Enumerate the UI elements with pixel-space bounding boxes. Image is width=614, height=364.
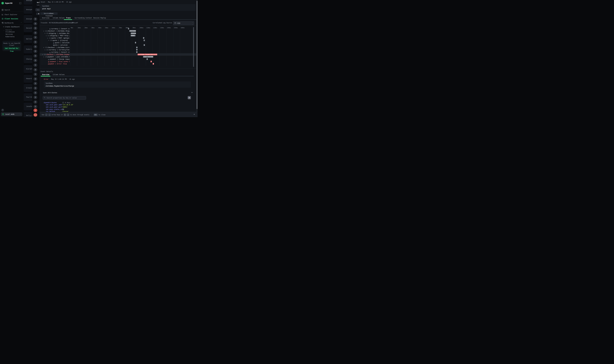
session-list-item[interactable]: Shaniya.Sc… bbox=[24, 55, 32, 63]
timeline-event-pin-icon[interactable] bbox=[34, 86, 37, 90]
sidebar-item-search[interactable]: Search bbox=[0, 8, 24, 12]
span-bar[interactable]: o bbox=[136, 47, 137, 48]
chevron-down-icon[interactable]: ∨ bbox=[43, 47, 44, 48]
session-list-item[interactable]: Ernesto33@… bbox=[24, 84, 32, 92]
span-bar[interactable]: oteldemo. bbox=[129, 30, 136, 32]
trace-span-row[interactable]: ∨(1)checkout | oteldemo.ShippingSe…oteld… bbox=[40, 30, 196, 32]
timeline-event-pin-icon[interactable] bbox=[34, 96, 37, 99]
trace-span-row[interactable]: ∨(1)shipping | POST http://quo…POST htt bbox=[40, 35, 196, 37]
presets-group[interactable]: ⌄ PRESETS bbox=[3, 29, 12, 31]
chevron-down-icon[interactable]: ∨ bbox=[43, 30, 44, 32]
span-bar[interactable]: C bbox=[136, 51, 137, 53]
drawer-scrollbar-thumb[interactable] bbox=[197, 1, 197, 109]
trace-span-row[interactable]: ∨(2)quote | {closure} bbox=[40, 39, 196, 41]
session-list-item[interactable]: Howard.Run… bbox=[24, 75, 32, 83]
timeline-terminal-icon[interactable]: ›_ bbox=[34, 113, 37, 117]
trace-span-row[interactable]: ∨(1)shipping | oteldemo.Shipping…oteldem… bbox=[40, 32, 196, 35]
timeline-event-pin-icon[interactable] bbox=[34, 63, 37, 67]
session-list-item[interactable]: Deion37@gm… bbox=[24, 24, 32, 32]
session-list-item[interactable]: Anonymous bbox=[24, 6, 32, 14]
collapse-chevron-icon[interactable] bbox=[191, 92, 193, 93]
chevron-down-icon[interactable]: ∨ bbox=[45, 49, 45, 51]
session-list-item[interactable]: Walton9@ho… bbox=[24, 35, 32, 43]
attributes-search-input[interactable] bbox=[43, 96, 86, 100]
edit-pencil-icon[interactable] bbox=[72, 22, 73, 24]
sidebar-item-dashboards[interactable]: Dashboards⌃ bbox=[0, 21, 24, 25]
trace-span-row[interactable]: quote | calculate-quotec bbox=[40, 44, 196, 46]
chevron-down-icon[interactable]: ∨ bbox=[48, 40, 49, 41]
span-bar-error[interactable]: E bbox=[153, 63, 154, 65]
timeline-event-pin-icon[interactable] bbox=[34, 17, 37, 21]
span-bar[interactable]: C bbox=[135, 42, 136, 43]
preset-services[interactable]: Services bbox=[6, 33, 13, 35]
trace-span-row[interactable]: currency | Convert convers…C bbox=[40, 51, 196, 53]
tab-overview[interactable]: Overview bbox=[42, 17, 49, 19]
trace-span-row[interactable]: ∨(1)checkout | oteldemo.PaymentServi…ote… bbox=[40, 53, 196, 56]
attributes-root-row[interactable]: ▾SpanAttributes bbox=[43, 102, 57, 104]
session-list-item[interactable]: Anonymous bbox=[24, 15, 32, 23]
span-bar[interactable]: C bbox=[146, 58, 148, 60]
span-bar[interactable]: c bbox=[144, 44, 145, 46]
session-list-item[interactable]: Kieran92@h… bbox=[24, 65, 32, 73]
span-bar-error[interactable]: V bbox=[151, 61, 152, 62]
trace-span-row[interactable]: payment | Charge request rec…C bbox=[40, 58, 196, 60]
session-list-item[interactable]: Jonathan.B… bbox=[24, 103, 32, 111]
trace-span-row[interactable]: ∨(3)payment | grpc.oteldemo.Paymen…grpc.… bbox=[40, 56, 196, 58]
create-dashboard-button[interactable]: + Create Dashboard bbox=[3, 26, 19, 28]
log-source-select[interactable]: Logs ⌃⌄ bbox=[173, 21, 194, 25]
timeline-swap-arrows-icon[interactable]: ⇄ bbox=[34, 109, 37, 112]
event-tab-column-values[interactable]: Column Values bbox=[53, 74, 65, 76]
event-tab-overview[interactable]: Overview bbox=[42, 74, 49, 76]
session-list-item[interactable]: Pearl43@ho… bbox=[24, 93, 32, 101]
span-bar[interactable]: POST htt bbox=[131, 35, 135, 36]
help-button[interactable]: ? bbox=[1, 109, 4, 111]
service-name-chip[interactable]: ServiceName: frontend bbox=[40, 12, 58, 15]
timeline-event-pin-icon[interactable] bbox=[34, 50, 37, 53]
trace-span-row[interactable]: payment | Error: Visa cache ful…E bbox=[40, 63, 196, 65]
session-list-item[interactable]: Dolly.Lubo… bbox=[24, 112, 32, 117]
timeline-event-pin-icon[interactable] bbox=[34, 77, 37, 81]
timeline-event-pin-icon[interactable] bbox=[34, 54, 37, 58]
chevron-down-icon[interactable]: ∨ bbox=[47, 38, 48, 39]
span-bar[interactable] bbox=[128, 28, 129, 29]
tab-session-replay[interactable]: Session Replay bbox=[93, 17, 106, 19]
timeline-event-pin-icon[interactable] bbox=[34, 68, 37, 72]
span-bar-error[interactable]: oteldemo.PaymentService/Char bbox=[138, 54, 157, 55]
chevron-down-icon[interactable]: ∨ bbox=[43, 56, 44, 58]
chevron-down-icon[interactable]: ∨ bbox=[46, 35, 47, 36]
preset-kubernetes[interactable]: Kubernetes bbox=[6, 36, 15, 38]
span-bar[interactable]: oteldemo bbox=[131, 32, 136, 34]
timeline-event-pin-icon[interactable] bbox=[34, 26, 37, 30]
sidebar-item-client-sessions[interactable]: Client Sessions bbox=[0, 17, 24, 21]
preset-clickhouse[interactable]: Clickhouse bbox=[6, 31, 15, 33]
trace-span-row[interactable]: quote | Calculated q…C bbox=[40, 41, 196, 44]
trace-span-row[interactable]: ∨(1)checkout | oteldemo.CurrencySe…o bbox=[40, 46, 196, 49]
tab-column-values[interactable]: Column Values bbox=[53, 17, 65, 19]
waterfall-scrollbar[interactable] bbox=[193, 27, 194, 67]
trace-span-row[interactable]: payment | Visa cache full: c…V bbox=[40, 60, 196, 63]
local-mode-button[interactable]: U Local mode › bbox=[1, 112, 22, 116]
span-bar[interactable] bbox=[144, 39, 145, 41]
tab-surrounding-context[interactable]: Surrounding Context bbox=[75, 17, 92, 19]
get-started-button[interactable]: Get Started for Free bbox=[4, 47, 20, 50]
chevron-down-icon[interactable]: ∨ bbox=[42, 54, 43, 55]
timeline-event-pin-icon[interactable] bbox=[34, 31, 37, 35]
timeline-event-pin-icon[interactable] bbox=[34, 73, 37, 76]
session-list-item[interactable]: Anonymous bbox=[24, 0, 32, 5]
sidebar-collapse-icon[interactable] bbox=[19, 2, 22, 4]
trace-span-row[interactable]: ∨(1)currency | Currency/ConvertC bbox=[40, 49, 196, 51]
gear-icon[interactable]: ⚙ bbox=[188, 96, 191, 99]
trace-span-row[interactable]: ∨(1)quote | POST /getquoteP bbox=[40, 37, 196, 39]
span-bar[interactable]: C bbox=[136, 49, 137, 51]
timeline-event-pin-icon[interactable] bbox=[34, 22, 37, 26]
timeline-event-pin-icon[interactable] bbox=[34, 40, 37, 44]
tab-trace[interactable]: Trace bbox=[66, 17, 71, 19]
timeline-event-pin-icon[interactable] bbox=[34, 100, 37, 104]
session-list-item[interactable]: Roderick_S… bbox=[24, 45, 32, 53]
timeline-event-pin-icon[interactable] bbox=[34, 45, 37, 49]
sidebar-item-chart-explorer[interactable]: Chart Explorer bbox=[0, 13, 24, 16]
span-bar[interactable]: P bbox=[143, 37, 144, 39]
chevron-down-icon[interactable]: ∨ bbox=[45, 33, 45, 34]
timeline-event-pin-icon[interactable] bbox=[34, 91, 37, 95]
trace-span-row[interactable]: currency | Convert convers… bbox=[40, 27, 196, 30]
